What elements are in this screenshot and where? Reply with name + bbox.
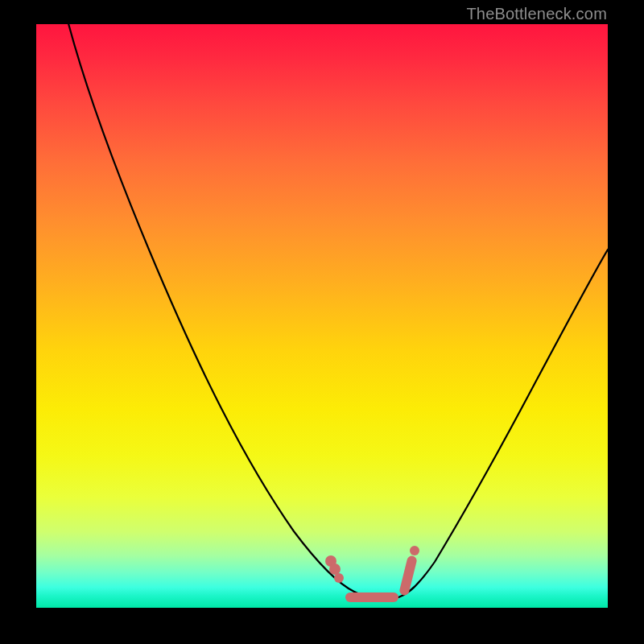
marker-bar [345, 592, 398, 602]
trough-marker-cluster [325, 546, 419, 602]
chart-frame: TheBottleneck.com [0, 0, 644, 644]
marker-upright [398, 555, 418, 596]
watermark-text: TheBottleneck.com [466, 5, 607, 23]
marker-dot [334, 573, 344, 583]
bottleneck-curve [64, 24, 608, 599]
marker-dot [410, 546, 419, 555]
curve-layer [36, 24, 608, 608]
marker-dot [329, 564, 341, 575]
plot-area [36, 24, 608, 608]
